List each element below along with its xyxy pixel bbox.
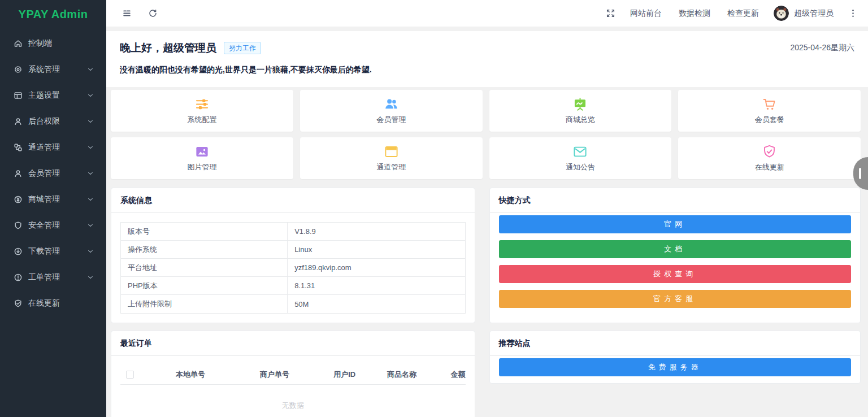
chevron-down-icon <box>87 248 94 255</box>
sidebar-menu: 控制端 系统管理 主题设置 <box>0 28 106 316</box>
shortcut-card[interactable]: 通知公告 <box>489 137 672 179</box>
greeting: 晚上好，超级管理员 <box>120 41 216 55</box>
chevron-down-icon <box>87 144 94 151</box>
system-info-row: 操作系统 Linux <box>121 241 465 259</box>
window-icon <box>384 144 399 159</box>
nodes-icon <box>14 143 23 152</box>
shortcut-grid: 系统配置 会员管理 商城总览 会员套餐 <box>111 90 861 179</box>
shortcut-card[interactable]: 商城总览 <box>489 90 672 132</box>
more-options-icon[interactable] <box>848 8 858 18</box>
panel-title: 最近订单 <box>111 331 475 356</box>
header-nav-link[interactable]: 数据检测 <box>679 8 710 19</box>
shield-icon <box>14 221 23 230</box>
sidebar-item[interactable]: 会员管理 <box>0 160 106 186</box>
quick-link-button[interactable]: 官方客服 <box>499 290 851 308</box>
shortcut-card[interactable]: 系统配置 <box>111 90 293 132</box>
header-nav-link[interactable]: 检查更新 <box>727 8 759 19</box>
orders-column-header: 商品名称 <box>373 370 430 380</box>
shortcut-card[interactable]: 会员管理 <box>300 90 483 132</box>
app-logo: YPAY Admin <box>0 0 106 28</box>
sliders-icon <box>194 97 210 112</box>
top-header: 网站前台数据检测检查更新 超级管理员 <box>106 0 868 27</box>
sidebar-item[interactable]: 安全管理 <box>0 212 106 238</box>
chevron-down-icon <box>87 66 94 73</box>
gear-icon <box>14 65 23 74</box>
panel-title: 推荐站点 <box>490 331 860 356</box>
sidebar-item[interactable]: 通道管理 <box>0 134 106 160</box>
system-info-row: 上传附件限制 50M <box>121 295 465 313</box>
system-info-panel: 系统信息 版本号 V1.8.9 操作系统 Linux <box>111 188 475 323</box>
shortcut-card[interactable]: 会员套餐 <box>678 90 861 132</box>
main-content: 晚上好，超级管理员 努力工作 2025-04-26星期六 没有温暖的阳也没有希望… <box>106 27 868 417</box>
chevron-down-icon <box>87 92 94 99</box>
sidebar-item[interactable]: 后台权限 <box>0 108 106 134</box>
status-badge: 努力工作 <box>224 42 261 54</box>
shortcut-card[interactable]: 在线更新 <box>678 137 861 179</box>
quick-links-list: 官网 文档 授权查询 官方客服 <box>490 213 860 315</box>
chevron-down-icon <box>87 196 94 203</box>
free-server-button[interactable]: 免费服务器 <box>499 358 851 376</box>
layout-icon <box>14 91 23 100</box>
header-nav-link[interactable]: 网站前台 <box>630 8 662 19</box>
person-icon <box>14 169 23 178</box>
yen-circle-icon <box>14 195 23 204</box>
quick-link-button[interactable]: 授权查询 <box>499 265 851 283</box>
recommended-sites-panel: 推荐站点 免费服务器 <box>489 331 861 384</box>
sidebar-item[interactable]: 主题设置 <box>0 82 106 108</box>
system-info-row: PHP版本 8.1.31 <box>121 277 465 295</box>
image-icon <box>194 144 210 159</box>
user-menu[interactable]: 超级管理员 <box>774 6 834 21</box>
person-icon <box>14 117 23 126</box>
recent-orders-panel: 最近订单 本地单号商户单号用户ID商品名称金额 无数据 <box>111 331 475 417</box>
sidebar: YPAY Admin 控制端 系统管理 主题设置 <box>0 0 106 417</box>
sidebar-item[interactable]: 控制端 <box>0 31 106 57</box>
recommended-list: 免费服务器 <box>490 356 860 383</box>
shield-check-icon <box>14 299 23 308</box>
system-info-row: 平台地址 yzf189.qkvip.com <box>121 259 465 277</box>
header-right: 网站前台数据检测检查更新 超级管理员 <box>606 6 858 21</box>
orders-table-header: 本地单号商户单号用户ID商品名称金额 <box>120 365 466 385</box>
home-icon <box>14 39 23 48</box>
select-all-checkbox[interactable] <box>126 371 134 379</box>
chevron-down-icon <box>87 170 94 177</box>
sidebar-item[interactable]: 下载管理 <box>0 238 106 264</box>
sidebar-item[interactable]: 系统管理 <box>0 57 106 82</box>
shortcut-card[interactable]: 通道管理 <box>300 137 483 179</box>
users-icon <box>384 97 399 112</box>
chevron-down-icon <box>87 118 94 125</box>
system-info-table: 版本号 V1.8.9 操作系统 Linux 平台地址 yzf189.qkvip.… <box>120 222 466 314</box>
refresh-icon[interactable] <box>148 8 158 18</box>
orders-column-header: 商户单号 <box>233 370 316 380</box>
shortcut-card[interactable]: 图片管理 <box>111 137 293 179</box>
quick-link-button[interactable]: 文档 <box>499 240 851 258</box>
current-date: 2025-04-26星期六 <box>790 43 854 53</box>
header-nav: 网站前台数据检测检查更新 <box>630 8 759 19</box>
quick-link-button[interactable]: 官网 <box>499 215 851 233</box>
username: 超级管理员 <box>794 8 834 19</box>
orders-column-header: 金额 <box>431 370 466 380</box>
download-circle-icon <box>14 247 23 256</box>
panel-title: 快捷方式 <box>490 188 860 213</box>
empty-state: 无数据 <box>120 385 466 417</box>
orders-column-header: 用户ID <box>316 370 373 380</box>
chart-board-icon <box>572 97 588 112</box>
info-circle-icon <box>14 273 23 282</box>
sidebar-item[interactable]: 工单管理 <box>0 264 106 290</box>
panel-title: 系统信息 <box>111 188 475 213</box>
cart-icon <box>762 97 777 112</box>
chevron-down-icon <box>87 274 94 281</box>
quick-links-panel: 快捷方式 官网 文档 授权查询 官方客服 <box>489 188 861 323</box>
fullscreen-icon[interactable] <box>606 8 615 18</box>
orders-column-header: 本地单号 <box>147 370 233 380</box>
mail-icon <box>572 144 588 159</box>
welcome-card: 晚上好，超级管理员 努力工作 2025-04-26星期六 没有温暖的阳也没有希望… <box>106 31 868 87</box>
user-avatar <box>774 6 789 21</box>
sidebar-item[interactable]: 商城管理 <box>0 186 106 212</box>
daily-motto: 没有温暖的阳也没有希望的光,世界只是一片狼藉,不要抹灭你最后的希望. <box>120 65 854 75</box>
system-info-row: 版本号 V1.8.9 <box>121 223 465 241</box>
sidebar-item[interactable]: 在线更新 <box>0 290 106 316</box>
chevron-down-icon <box>87 222 94 229</box>
shield-check-lg-icon <box>762 144 777 159</box>
collapse-sidebar-icon[interactable] <box>122 8 132 18</box>
